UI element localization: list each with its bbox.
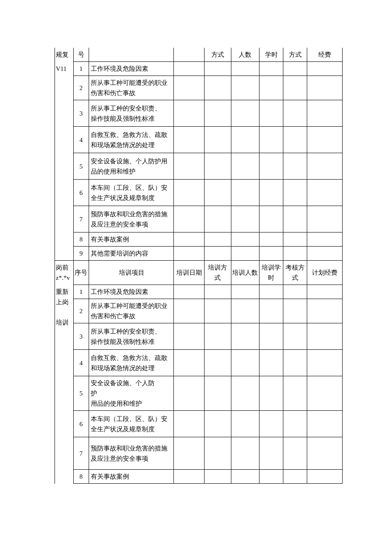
cell bbox=[307, 437, 343, 470]
table-row: 2 所从事工种可能遭受的职业伤害和伤亡事故 bbox=[55, 76, 343, 100]
cell bbox=[259, 127, 283, 153]
cell bbox=[173, 285, 205, 299]
cell bbox=[307, 350, 343, 376]
header-item-blank bbox=[89, 48, 173, 62]
cell bbox=[205, 62, 231, 76]
cell bbox=[307, 76, 343, 100]
row-seq: 7 bbox=[73, 437, 89, 470]
cat-text: 培训 bbox=[56, 319, 69, 326]
cat-text: 上岗 bbox=[56, 299, 69, 305]
cell bbox=[231, 180, 259, 206]
row-item: 所从事工种可能遭受的职业伤害和伤亡事故 bbox=[89, 76, 173, 100]
row-item: 工作环境及危险因素 bbox=[89, 62, 173, 76]
cell bbox=[283, 350, 307, 376]
cell bbox=[259, 206, 283, 232]
cell bbox=[231, 323, 259, 350]
cell bbox=[205, 437, 231, 470]
row-seq: 8 bbox=[73, 470, 89, 484]
document-page: 规复 号 方式 人数 学时 方式 经费 V11 1 工作环境及危险因素 2 所从… bbox=[0, 0, 392, 530]
cell bbox=[231, 206, 259, 232]
header-fee: 计划经费 bbox=[307, 261, 343, 285]
table-row: 4 自救互救、急救方法、疏散和现场紧急情况的处理 bbox=[55, 127, 343, 153]
cell bbox=[173, 100, 205, 127]
cell bbox=[307, 285, 343, 299]
cell bbox=[205, 232, 231, 247]
table-row: 9 其他需要培训的内容 bbox=[55, 247, 343, 261]
cell bbox=[259, 247, 283, 261]
row-item: 安全设备设施、个人防护用品的使用和维护 bbox=[89, 376, 173, 411]
section1-category-cell-a: 规复 bbox=[55, 48, 74, 62]
cell bbox=[173, 62, 205, 76]
cell bbox=[259, 411, 283, 437]
cell bbox=[173, 127, 205, 153]
cell bbox=[173, 206, 205, 232]
table-row: 3 所从事工种的安全职责、操作技能及强制性标准 bbox=[55, 100, 343, 127]
row-seq: 5 bbox=[73, 376, 89, 411]
header-mode: 方式 bbox=[205, 48, 231, 62]
cell bbox=[307, 62, 343, 76]
cell bbox=[231, 76, 259, 100]
cell bbox=[259, 100, 283, 127]
cell bbox=[259, 350, 283, 376]
cell bbox=[173, 299, 205, 323]
cell bbox=[205, 323, 231, 350]
cell bbox=[205, 299, 231, 323]
cell bbox=[307, 100, 343, 127]
row-seq: 6 bbox=[73, 180, 89, 206]
cell bbox=[307, 470, 343, 484]
table-row: 8 有关事故案例 bbox=[55, 470, 343, 484]
cell bbox=[231, 153, 259, 180]
row-seq: 1 bbox=[73, 62, 89, 76]
row-seq: 4 bbox=[73, 350, 89, 376]
cell bbox=[205, 206, 231, 232]
row-seq: 9 bbox=[73, 247, 89, 261]
row-item: 其他需要培训的内容 bbox=[89, 247, 173, 261]
cell bbox=[173, 180, 205, 206]
cell bbox=[259, 299, 283, 323]
cat-text: z*.*v bbox=[56, 274, 70, 281]
row-item: 有关事故案例 bbox=[89, 232, 173, 247]
cell bbox=[259, 285, 283, 299]
header-people: 培训人数 bbox=[231, 261, 259, 285]
cell bbox=[283, 76, 307, 100]
cell bbox=[283, 127, 307, 153]
row-item: 所从事工种的安全职责、操作技能及强制性标准 bbox=[89, 100, 173, 127]
header-hours: 学时 bbox=[259, 48, 283, 62]
training-table: 规复 号 方式 人数 学时 方式 经费 V11 1 工作环境及危险因素 2 所从… bbox=[55, 48, 343, 484]
cell bbox=[283, 299, 307, 323]
section2-category-cell-b: 重新 上岗 培训 bbox=[55, 285, 74, 484]
cell bbox=[205, 76, 231, 100]
table-row: 6 本车间（工段、区、队）安全生产状况及规章制度 bbox=[55, 411, 343, 437]
cell bbox=[231, 100, 259, 127]
header-assess: 方式 bbox=[283, 48, 307, 62]
cell bbox=[307, 376, 343, 411]
header-date-blank bbox=[173, 48, 205, 62]
row-item: 所从事工种可能遭受的职业伤害和伤亡事故 bbox=[89, 299, 173, 323]
row-item: 本车间（工段、区、队）安全生产状况及规章制度 bbox=[89, 180, 173, 206]
cell bbox=[173, 470, 205, 484]
table-row: 重新 上岗 培训 1 工作环境及危险因素 bbox=[55, 285, 343, 299]
cell bbox=[231, 62, 259, 76]
row-item: 工作环境及危险因素 bbox=[89, 285, 173, 299]
header-item: 培训项目 bbox=[89, 261, 173, 285]
cell bbox=[231, 411, 259, 437]
cell bbox=[205, 470, 231, 484]
row-item: 所从事工种的安全职责、操作技能及强制性标准 bbox=[89, 323, 173, 350]
cell bbox=[307, 411, 343, 437]
row-seq: 7 bbox=[73, 206, 89, 232]
row-item: 预防事故和职业危害的措施及应注意的安全事项 bbox=[89, 206, 173, 232]
cell bbox=[205, 153, 231, 180]
cell bbox=[259, 232, 283, 247]
cell bbox=[307, 153, 343, 180]
row-seq: 8 bbox=[73, 232, 89, 247]
header-fee: 经费 bbox=[307, 48, 343, 62]
row-item: 自救互救、急救方法、疏散和现场紧急情况的处理 bbox=[89, 127, 173, 153]
header-hours: 培训学时 bbox=[259, 261, 283, 285]
table-row: 2 所从事工种可能遭受的职业伤害和伤亡事故 bbox=[55, 299, 343, 323]
header-people: 人数 bbox=[231, 48, 259, 62]
cell bbox=[283, 376, 307, 411]
cell bbox=[307, 299, 343, 323]
cell bbox=[231, 299, 259, 323]
cell bbox=[283, 153, 307, 180]
cell bbox=[205, 376, 231, 411]
